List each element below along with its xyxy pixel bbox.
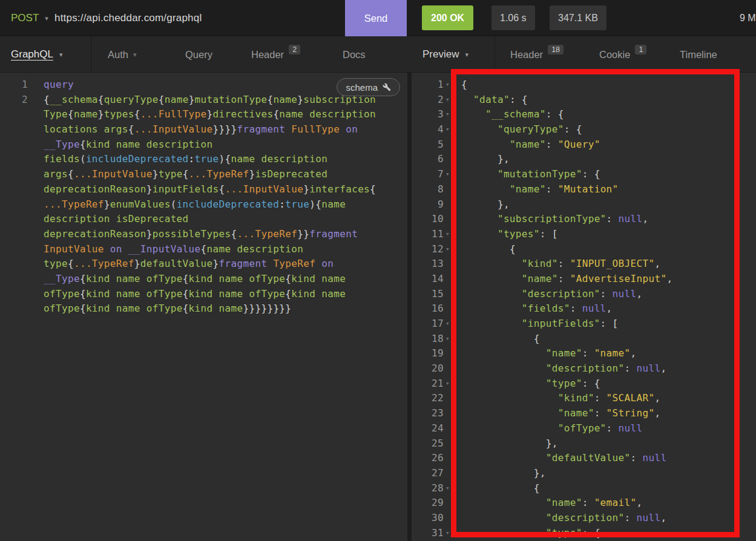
- chevron-down-icon: ▾: [133, 51, 137, 59]
- code-line[interactable]: 26 "defaultValue": null: [412, 451, 756, 466]
- tab-cookie[interactable]: Cookie 1: [599, 36, 646, 73]
- code-line[interactable]: type{...TypeRef}defaultValue}fragment Ty…: [0, 257, 407, 272]
- code-line[interactable]: 4▾ "queryType": {: [412, 122, 756, 137]
- graphql-query-editor[interactable]: schema 1query2{__schema{queryType{name}m…: [0, 73, 407, 541]
- code-line[interactable]: 14 "name": "AdvertiseInput",: [412, 272, 756, 287]
- line-number: [0, 197, 28, 212]
- code-line[interactable]: 25 },: [412, 436, 756, 451]
- code-text: "mutationType": {: [461, 167, 600, 182]
- line-number: [0, 301, 28, 316]
- code-text: },: [461, 436, 558, 451]
- code-text: "ofType": null: [461, 421, 643, 436]
- code-line[interactable]: deprecationReason}inputFields{...InputVa…: [0, 182, 407, 197]
- code-line[interactable]: args{...InputValue}type{...TypeRef}isDep…: [0, 167, 407, 182]
- fold-arrow-icon[interactable]: ▾: [445, 332, 454, 347]
- method-dropdown[interactable]: POST ▾: [11, 0, 48, 36]
- fold-arrow-icon[interactable]: ▾: [445, 167, 454, 182]
- code-line[interactable]: description isDeprecated: [0, 212, 407, 227]
- fold-spacer: [445, 301, 454, 316]
- code-line[interactable]: 3▾ "__schema": {: [412, 107, 756, 122]
- code-text: "defaultValue": null: [461, 451, 666, 466]
- code-line[interactable]: ...TypeRef}enumValues(includeDeprecated:…: [0, 197, 407, 212]
- fold-spacer: [445, 257, 454, 272]
- line-number: 3: [412, 107, 444, 122]
- code-line[interactable]: 2▾ "data": {: [412, 93, 756, 108]
- code-line[interactable]: 27 },: [412, 466, 756, 481]
- code-line[interactable]: 19 "name": "name",: [412, 346, 756, 361]
- code-text: "name": "name",: [461, 346, 637, 361]
- code-line[interactable]: 6 },: [412, 152, 756, 167]
- code-line[interactable]: 18▾ {: [412, 332, 756, 347]
- fold-arrow-icon[interactable]: ▾: [445, 77, 454, 93]
- code-line[interactable]: 28▾ {: [412, 481, 756, 496]
- fold-arrow-icon[interactable]: ▾: [445, 481, 454, 496]
- code-line[interactable]: InputValue on __InputValue{name descript…: [0, 242, 407, 257]
- code-line[interactable]: 31▾ "type": {: [412, 526, 756, 541]
- code-line[interactable]: 23 "name": "String",: [412, 406, 756, 421]
- code-line[interactable]: 17▾ "inputFields": [: [412, 316, 756, 332]
- code-line[interactable]: 16 "fields": null,: [412, 301, 756, 316]
- code-line[interactable]: 5 "name": "Query": [412, 137, 756, 152]
- code-line[interactable]: 24 "ofType": null: [412, 421, 756, 436]
- code-line[interactable]: 30 "description": null,: [412, 511, 756, 526]
- tab-docs[interactable]: Docs: [343, 36, 366, 73]
- code-text: {: [461, 481, 540, 496]
- code-line[interactable]: 8 "name": "Mutation": [412, 182, 756, 197]
- tab-bar: GraphQL ▾ Auth ▾ Query Header 2 Docs Pre…: [0, 36, 756, 73]
- code-line[interactable]: ofType{kind name ofType{kind name}}}}}}}…: [0, 301, 407, 316]
- line-number: 19: [412, 346, 444, 361]
- code-line[interactable]: 15 "description": null,: [412, 287, 756, 302]
- code-text: },: [461, 152, 510, 167]
- code-line[interactable]: locations args{...InputValue}}}}fragment…: [0, 122, 407, 137]
- code-line[interactable]: 20 "description": null,: [412, 361, 756, 376]
- tab-header-request[interactable]: Header 2: [251, 36, 300, 73]
- fold-arrow-icon[interactable]: ▾: [445, 227, 454, 242]
- fold-arrow-icon[interactable]: ▾: [445, 316, 454, 332]
- code-line[interactable]: 13 "kind": "INPUT_OBJECT",: [412, 257, 756, 272]
- line-number: 13: [412, 257, 444, 272]
- code-line[interactable]: 29 "name": "email",: [412, 496, 756, 511]
- code-line[interactable]: __Type{kind name ofType{kind name ofType…: [0, 272, 407, 287]
- fold-spacer: [445, 272, 454, 287]
- line-number: 10: [412, 212, 444, 227]
- fold-spacer: [445, 436, 454, 451]
- body-type-dropdown[interactable]: GraphQL ▾: [0, 36, 91, 73]
- code-line[interactable]: 9 },: [412, 197, 756, 212]
- url-input[interactable]: https://api.cheddar.com/graphql: [54, 0, 202, 36]
- code-line[interactable]: 21▾ "type": {: [412, 376, 756, 392]
- schema-button[interactable]: schema: [337, 78, 400, 96]
- code-line[interactable]: Type{name}types{...FullType}directives{n…: [0, 107, 407, 122]
- code-text: "name": "Mutation": [461, 182, 619, 197]
- fold-arrow-icon[interactable]: ▾: [445, 526, 454, 541]
- pane-divider[interactable]: [407, 73, 412, 541]
- tab-query[interactable]: Query: [185, 36, 212, 73]
- tab-auth[interactable]: Auth ▾: [108, 36, 136, 73]
- code-line[interactable]: deprecationReason}possibleTypes{...TypeR…: [0, 227, 407, 242]
- code-line[interactable]: 22 "kind": "SCALAR",: [412, 391, 756, 406]
- code-line[interactable]: 1▾{: [412, 77, 756, 93]
- send-button[interactable]: Send: [345, 0, 407, 36]
- code-line[interactable]: 10 "subscriptionType": null,: [412, 212, 756, 227]
- fold-arrow-icon[interactable]: ▾: [445, 107, 454, 122]
- fold-arrow-icon[interactable]: ▾: [445, 93, 454, 108]
- response-preview[interactable]: 1▾{2▾ "data": {3▾ "__schema": {4▾ "query…: [412, 73, 756, 541]
- fold-arrow-icon[interactable]: ▾: [445, 242, 454, 257]
- tab-timeline[interactable]: Timeline: [680, 36, 717, 73]
- line-number: 22: [412, 391, 444, 406]
- code-text: "description": null,: [461, 287, 643, 302]
- preview-mode-dropdown[interactable]: Preview ▾: [412, 36, 495, 73]
- code-line[interactable]: ofType{kind name ofType{kind name ofType…: [0, 287, 407, 302]
- code-text: deprecationReason}possibleTypes{...TypeR…: [44, 227, 358, 242]
- line-number: [0, 227, 28, 242]
- fold-arrow-icon[interactable]: ▾: [445, 122, 454, 137]
- tab-header-response[interactable]: Header 18: [510, 36, 564, 73]
- code-line[interactable]: 7▾ "mutationType": {: [412, 167, 756, 182]
- code-line[interactable]: 12▾ {: [412, 242, 756, 257]
- response-size-badge: 347.1 KB: [550, 5, 606, 30]
- line-number: 24: [412, 421, 444, 436]
- line-number: 2: [412, 93, 444, 108]
- fold-arrow-icon[interactable]: ▾: [445, 376, 454, 392]
- code-line[interactable]: fields(includeDeprecated:true){name desc…: [0, 152, 407, 167]
- code-line[interactable]: 11▾ "types": [: [412, 227, 756, 242]
- code-line[interactable]: __Type{kind name description: [0, 137, 407, 152]
